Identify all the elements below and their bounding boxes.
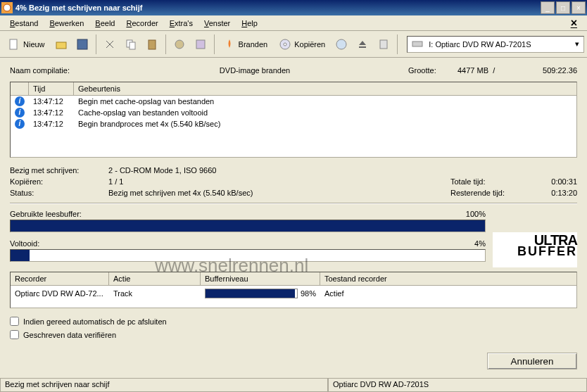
rec-state: Actief: [320, 288, 576, 299]
paste-button[interactable]: [142, 33, 162, 56]
toolbar: Nieuw Branden Kopiëren I: Optiarc DVD RW…: [0, 31, 587, 58]
save-button[interactable]: [72, 33, 92, 56]
open-button[interactable]: [51, 33, 71, 56]
svg-point-7: [175, 40, 184, 49]
shutdown-checkbox-input[interactable]: [10, 317, 19, 326]
copy-button[interactable]: [121, 33, 141, 56]
menubar-close-icon[interactable]: ×: [565, 17, 583, 30]
menu-help[interactable]: Help: [236, 19, 263, 27]
svg-rect-6: [149, 40, 156, 49]
eject-button[interactable]: [353, 33, 372, 56]
shutdown-checkbox[interactable]: Indien gereed automatisch de pc afsluite…: [10, 317, 577, 326]
statusbar-right: Optiarc DVD RW AD-7201S: [328, 379, 587, 392]
verify-checkbox-input[interactable]: [10, 330, 19, 339]
rec-buffer: 98%: [201, 287, 320, 300]
svg-rect-5: [130, 42, 135, 49]
app-icon: [1, 2, 13, 13]
copy-disc-button[interactable]: Kopiëren: [274, 33, 330, 56]
duration-value: 509:22.36: [514, 66, 577, 75]
remaining-label: Resterende tijd:: [450, 189, 535, 197]
cut-button[interactable]: [100, 33, 120, 56]
rec-header-buffer[interactable]: Bufferniveau: [201, 272, 320, 285]
statusbar: Bezig met schrijven naar schijf Optiarc …: [0, 378, 587, 392]
log-event: Cache-opslag van bestanden voltooid: [74, 108, 576, 117]
log-header-event[interactable]: Gebeurtenis: [74, 82, 576, 95]
window-title: 4% Bezig met schrijven naar schijf: [15, 4, 541, 12]
svg-rect-1: [10, 39, 17, 49]
recorder-row: Optiarc DVD RW AD-72... Track 98% Actief: [11, 286, 576, 301]
log-row: i 13:47:12 Begin met cache-opslag van be…: [11, 96, 576, 107]
status-label: Status:: [10, 189, 108, 197]
readbuffer-label: Gebruikte leesbuffer:: [10, 210, 443, 218]
menu-recorder[interactable]: Recorder: [120, 19, 163, 27]
log-row: i 13:47:12 Begin brandproces met 4x (5.5…: [11, 118, 576, 129]
minimize-button[interactable]: _: [541, 1, 555, 14]
rec-header-state[interactable]: Toestand recorder: [320, 272, 576, 285]
burn-button-label: Branden: [239, 40, 268, 49]
maximize-button[interactable]: □: [556, 1, 570, 14]
verify-checkbox[interactable]: Geschreven data verifiëren: [10, 330, 577, 339]
close-button[interactable]: ×: [572, 1, 586, 14]
size-value: 4477 MB /: [457, 66, 514, 75]
statusbar-left: Bezig met schrijven naar schijf: [0, 379, 328, 392]
tool-2[interactable]: [191, 33, 210, 56]
remaining-value: 0:13:20: [535, 189, 577, 197]
writing-label: Bezig met schrijven:: [10, 166, 108, 175]
svg-rect-12: [380, 40, 387, 49]
info-icon: i: [15, 119, 25, 129]
rec-header-action[interactable]: Actie: [109, 272, 201, 285]
tool-icon: [194, 38, 207, 51]
ultrabuffer-logo: ULTRA BUFFER: [493, 232, 577, 267]
burn-button[interactable]: Branden: [218, 33, 273, 56]
done-percent: 4%: [443, 239, 486, 248]
rec-header-recorder[interactable]: Recorder: [11, 272, 109, 285]
copy-label: Kopiëren:: [10, 177, 108, 186]
status-value: Bezig met schrijven met 4x (5.540 kB/sec…: [108, 189, 450, 197]
copy-icon: [125, 38, 137, 51]
new-button[interactable]: Nieuw: [3, 33, 50, 56]
readbuffer-percent: 100%: [443, 210, 486, 218]
done-bar: [10, 249, 486, 262]
disc-info-button[interactable]: [332, 33, 351, 56]
folder-icon: [55, 38, 68, 51]
titlebar: 4% Bezig met schrijven naar schijf _ □ ×: [0, 0, 587, 15]
menu-bestand[interactable]: Bestand: [4, 19, 44, 27]
recorder-table: Recorder Actie Bufferniveau Toestand rec…: [10, 272, 577, 308]
compilation-info: Naam compilatie: DVD-image branden Groot…: [10, 63, 577, 82]
svg-point-10: [284, 43, 286, 46]
log-row: i 13:47:12 Cache-opslag van bestanden vo…: [11, 107, 576, 118]
document-icon: [8, 38, 20, 51]
size-label: Grootte:: [408, 66, 457, 75]
rec-name: Optiarc DVD RW AD-72...: [11, 288, 109, 299]
rec-buffer-pct: 98%: [301, 289, 316, 298]
info-icon: i: [15, 108, 25, 118]
eject-icon: [356, 38, 369, 51]
svg-point-11: [336, 39, 346, 49]
readbuffer-bar: [10, 220, 486, 232]
drive-selector[interactable]: I: Optiarc DVD RW AD-7201S ▾: [407, 36, 584, 53]
tool-1[interactable]: [170, 33, 189, 56]
total-time-value: 0:00:31: [535, 177, 577, 186]
log-header-icon[interactable]: [11, 82, 29, 95]
tool-icon: [173, 38, 186, 51]
verify-label: Geschreven data verifiëren: [23, 331, 116, 339]
menu-venster[interactable]: Venster: [198, 19, 236, 27]
floppy-icon: [76, 38, 89, 51]
done-label: Voltooid:: [10, 239, 443, 248]
disc-icon: [279, 38, 291, 51]
drive-icon: [412, 38, 424, 51]
cancel-button[interactable]: Annuleren: [487, 353, 577, 369]
copy-disc-label: Kopiëren: [294, 40, 325, 49]
menu-bewerken[interactable]: Bewerken: [44, 19, 89, 27]
calc-button[interactable]: [374, 33, 393, 56]
menu-extras[interactable]: Extra's: [164, 19, 198, 27]
clipboard-icon: [146, 38, 158, 51]
compilation-label: Naam compilatie:: [10, 66, 101, 75]
writing-value: 2 - CD-ROM Mode 1, ISO 9660: [108, 166, 450, 175]
info-icon: i: [15, 96, 25, 106]
event-log: Tijd Gebeurtenis i 13:47:12 Begin met ca…: [10, 82, 577, 158]
svg-point-0: [4, 4, 11, 11]
log-header-time[interactable]: Tijd: [29, 82, 74, 95]
shutdown-label: Indien gereed automatisch de pc afsluite…: [23, 317, 167, 326]
menu-beeld[interactable]: Beeld: [89, 19, 120, 27]
